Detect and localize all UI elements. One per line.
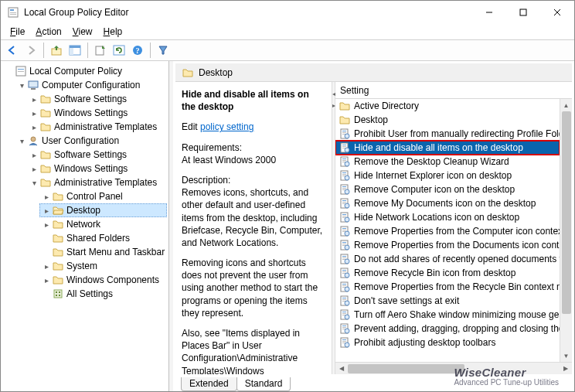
tree-system[interactable]: ▸System xyxy=(39,259,167,273)
tree-all-settings[interactable]: All Settings xyxy=(39,287,167,301)
tree-desktop[interactable]: ▸Desktop xyxy=(39,203,167,217)
horizontal-scrollbar[interactable]: ◀ ▶ xyxy=(335,362,572,374)
list-item[interactable]: Active Directory xyxy=(335,99,560,113)
list-item[interactable]: Turn off Aero Shake window minimizing mo… xyxy=(335,308,560,322)
list-item[interactable]: Remove Properties from the Computer icon… xyxy=(335,224,560,238)
tree-pane[interactable]: Local Computer Policy ▾ Computer Configu… xyxy=(1,61,169,391)
menu-help[interactable]: Help xyxy=(99,25,128,39)
tree-cc-admin[interactable]: ▸Administrative Templates xyxy=(27,120,167,134)
chevron-right-icon[interactable]: ▸ xyxy=(29,94,39,104)
chevron-right-icon[interactable]: ▸ xyxy=(41,261,52,271)
chevron-right-icon[interactable]: ▸ xyxy=(41,274,52,285)
tree-windows-components[interactable]: ▸Windows Components xyxy=(39,273,167,287)
tree-uc-windows[interactable]: ▸Windows Settings xyxy=(27,162,167,176)
chevron-down-icon[interactable]: ▾ xyxy=(29,177,39,188)
tree-user-config[interactable]: ▾ User Configuration xyxy=(15,134,167,148)
back-button[interactable] xyxy=(4,42,21,59)
list-item[interactable]: Remove Properties from the Recycle Bin c… xyxy=(335,280,560,294)
svg-rect-26 xyxy=(59,295,60,296)
menu-view[interactable]: View xyxy=(68,25,97,39)
svg-rect-64 xyxy=(342,230,346,230)
list-item[interactable]: Remove the Desktop Cleanup Wizard xyxy=(335,155,560,169)
tree-cc-windows[interactable]: ▸Windows Settings xyxy=(27,106,167,120)
requirements-text: At least Windows 2000 xyxy=(182,155,276,165)
list-item[interactable]: Prohibit User from manually redirecting … xyxy=(335,127,560,141)
svg-point-31 xyxy=(345,134,349,138)
scroll-thumb-h[interactable] xyxy=(348,364,464,373)
list-item[interactable]: Do not add shares of recently opened doc… xyxy=(335,252,560,266)
list-item[interactable]: Hide Internet Explorer icon on desktop xyxy=(335,169,560,182)
edit-policy-link[interactable]: policy setting xyxy=(200,121,253,132)
forward-button[interactable] xyxy=(22,42,39,59)
svg-rect-22 xyxy=(54,290,62,298)
list-item[interactable]: Remove Computer icon on the desktop xyxy=(335,182,560,196)
list-item[interactable]: Hide and disable all items on the deskto… xyxy=(335,141,560,155)
scroll-down-icon[interactable]: ▼ xyxy=(560,349,572,362)
svg-rect-78 xyxy=(342,270,346,271)
export-button[interactable] xyxy=(92,42,109,59)
svg-rect-11 xyxy=(70,48,73,55)
chevron-right-icon[interactable]: ▸ xyxy=(41,219,52,230)
tree-uc-software[interactable]: ▸Software Settings xyxy=(27,148,167,162)
chevron-down-icon[interactable]: ▾ xyxy=(16,135,27,146)
tab-extended[interactable]: Extended xyxy=(181,377,237,391)
show-hide-tree-button[interactable] xyxy=(66,42,83,59)
list-item[interactable]: Don't save settings at exit xyxy=(335,294,560,308)
settings-list[interactable]: Active DirectoryDesktopProhibit User fro… xyxy=(335,99,560,362)
policy-icon xyxy=(339,267,351,279)
menu-action[interactable]: Action xyxy=(31,25,66,39)
minimize-button[interactable] xyxy=(472,1,506,24)
svg-rect-38 xyxy=(342,159,346,159)
tree-network[interactable]: ▸Network xyxy=(39,217,167,231)
list-item[interactable]: Prohibit adjusting desktop toolbars xyxy=(335,336,560,349)
list-item[interactable]: Hide Network Locations icon on desktop xyxy=(335,210,560,224)
scroll-right-icon[interactable]: ▶ xyxy=(560,363,572,375)
scroll-thumb[interactable] xyxy=(562,111,571,314)
list-item[interactable]: Prevent adding, dragging, dropping and c… xyxy=(335,322,560,336)
tree-start-menu[interactable]: Start Menu and Taskbar xyxy=(39,245,167,259)
chevron-right-icon[interactable]: ▸ xyxy=(29,107,39,118)
menu-file[interactable]: File xyxy=(5,25,29,39)
tab-standard[interactable]: Standard xyxy=(236,377,291,391)
help-button[interactable]: ? xyxy=(129,42,146,59)
list-item[interactable]: Remove My Documents icon on the desktop xyxy=(335,196,560,210)
policy-icon xyxy=(339,211,351,223)
chevron-right-icon[interactable]: ▸ xyxy=(29,121,39,132)
tree-cc-software[interactable]: ▸Software Settings xyxy=(27,92,167,106)
svg-rect-99 xyxy=(342,327,346,328)
chevron-down-icon[interactable]: ▾ xyxy=(16,80,27,90)
svg-rect-28 xyxy=(342,131,346,131)
chevron-right-icon[interactable]: ▸ xyxy=(41,191,52,202)
view-tabs: Extended Standard xyxy=(173,374,574,391)
list-header-setting[interactable]: Setting xyxy=(335,82,572,99)
chevron-right-icon[interactable]: ▸ xyxy=(29,163,39,174)
filter-button[interactable] xyxy=(155,42,172,59)
maximize-button[interactable] xyxy=(506,1,540,24)
tree-shared-folders[interactable]: Shared Folders xyxy=(39,231,167,245)
chevron-right-icon[interactable]: ▸ xyxy=(29,149,39,160)
refresh-button[interactable] xyxy=(111,42,128,59)
tree-computer-config[interactable]: ▾ Computer Configuration xyxy=(15,78,167,92)
svg-rect-29 xyxy=(342,132,346,133)
folder-icon xyxy=(39,176,52,189)
list-item[interactable]: Remove Recycle Bin icon from desktop xyxy=(335,266,560,280)
scroll-left-icon[interactable]: ◀ xyxy=(335,363,348,375)
list-item-label: Hide Internet Explorer icon on desktop xyxy=(354,170,512,181)
folder-icon xyxy=(339,114,351,126)
up-button[interactable] xyxy=(48,42,65,59)
chevron-right-icon[interactable]: ▸ xyxy=(41,205,52,216)
policy-icon xyxy=(339,239,351,251)
svg-rect-73 xyxy=(342,256,346,257)
tree-control-panel[interactable]: ▸Control Panel xyxy=(39,189,167,203)
list-item[interactable]: Remove Properties from the Documents ico… xyxy=(335,238,560,252)
close-button[interactable] xyxy=(540,1,574,24)
scroll-up-icon[interactable]: ▲ xyxy=(560,99,572,111)
svg-point-66 xyxy=(345,231,349,236)
list-item[interactable]: Desktop xyxy=(335,113,560,127)
tree-root[interactable]: Local Computer Policy xyxy=(2,64,167,78)
tree-uc-admin[interactable]: ▾Administrative Templates xyxy=(27,176,167,189)
computer-icon xyxy=(27,79,39,91)
policy-icon xyxy=(339,197,351,210)
vertical-scrollbar[interactable]: ▲ ▼ xyxy=(560,99,572,362)
svg-rect-94 xyxy=(342,313,346,314)
